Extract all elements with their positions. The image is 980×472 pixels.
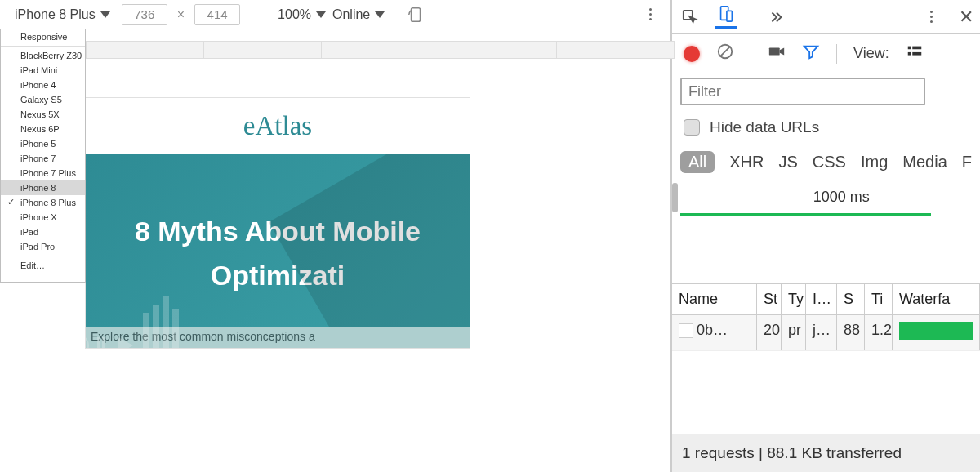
menu-edit-[interactable]: Edit…	[1, 258, 85, 273]
svg-rect-13	[769, 47, 780, 55]
timeline-label: 1000 ms	[813, 189, 870, 206]
device-menu-item[interactable]: Galaxy S5	[1, 92, 85, 107]
svg-rect-4	[143, 313, 149, 348]
svg-rect-0	[412, 7, 421, 21]
hide-data-urls-label: Hide data URLs	[710, 118, 819, 136]
row-initiator: j…	[806, 315, 837, 350]
camera-icon[interactable]	[768, 42, 786, 65]
rotate-icon[interactable]	[406, 5, 425, 24]
width-input[interactable]	[122, 4, 167, 25]
device-menu-item[interactable]: iPad Mini	[1, 63, 85, 78]
view-label: View:	[853, 45, 889, 62]
svg-rect-17	[912, 52, 921, 56]
column-header[interactable]: Waterfa	[893, 284, 980, 314]
site-header: eAtlas	[86, 98, 470, 154]
network-table-header: NameStTyI…STiWaterfa	[672, 284, 980, 315]
more-options[interactable]	[640, 0, 660, 29]
column-header[interactable]: Ty	[782, 284, 806, 314]
row-name: 0b…	[697, 322, 728, 338]
caret-down-icon	[316, 11, 326, 18]
device-menu-item[interactable]: iPhone 5	[1, 136, 85, 151]
list-view-icon[interactable]	[906, 42, 924, 65]
devtools-panel: ✕ View: Hide data URLs	[671, 0, 980, 472]
svg-line-12	[720, 47, 731, 57]
svg-rect-6	[163, 296, 169, 348]
type-tab[interactable]: JS	[778, 153, 797, 171]
device-menu-item[interactable]: Nexus 6P	[1, 122, 85, 136]
device-menu-item[interactable]: iPad	[1, 225, 85, 239]
chevron-right-icon[interactable]	[764, 6, 787, 29]
throttle-label: Online	[332, 7, 370, 22]
logo: eAtlas	[243, 111, 312, 141]
device-menu-item[interactable]: ✓iPhone 8 Plus	[1, 195, 85, 210]
file-icon	[679, 323, 693, 338]
svg-rect-2	[97, 337, 100, 348]
times-label: ×	[174, 7, 188, 22]
timeline[interactable]: 1000 ms	[672, 180, 980, 284]
type-tab[interactable]: F	[962, 153, 972, 171]
svg-rect-5	[153, 305, 159, 348]
svg-rect-7	[172, 309, 179, 348]
column-header[interactable]: St	[757, 284, 782, 314]
caret-down-icon	[375, 11, 385, 18]
device-menu-item[interactable]: iPhone 7	[1, 151, 85, 166]
height-input[interactable]	[194, 4, 240, 25]
row-type: pr	[782, 315, 806, 350]
row-waterfall	[893, 315, 980, 350]
scrollbar[interactable]	[672, 183, 678, 212]
timeline-bar	[680, 213, 931, 216]
device-menu-item[interactable]: iPhone 7 Plus	[1, 166, 85, 180]
device-menu: ResponsiveBlackBerry Z30iPad MiniiPhone …	[0, 29, 86, 283]
close-icon[interactable]: ✕	[959, 7, 973, 28]
network-row[interactable]: 0b… 20 pr j… 88 1.2	[672, 315, 980, 351]
hero: 8 Myths About Mobile Optimizati Explore …	[86, 154, 470, 348]
menu-responsive[interactable]: Responsive	[1, 29, 85, 44]
devtools-more-options[interactable]	[921, 2, 941, 32]
device-menu-item[interactable]: Nexus 5X	[1, 107, 85, 122]
svg-rect-3	[102, 337, 105, 348]
type-tab[interactable]: Img	[861, 153, 888, 171]
column-header[interactable]: I…	[806, 284, 837, 314]
type-tab[interactable]: Media	[902, 153, 947, 171]
type-tabs: AllXHRJSCSSImgMediaF	[672, 145, 980, 180]
row-time: 1.2	[865, 315, 893, 350]
ruler	[86, 41, 675, 59]
column-header[interactable]: S	[837, 284, 865, 314]
throttle-select[interactable]: Online	[332, 7, 385, 22]
device-menu-item[interactable]: BlackBerry Z30	[1, 48, 85, 63]
type-tab[interactable]: CSS	[813, 153, 846, 171]
zoom-select[interactable]: 100%	[278, 7, 326, 22]
hide-data-urls-checkbox[interactable]	[684, 119, 700, 136]
column-header[interactable]: Ti	[865, 284, 893, 314]
inspect-element-icon[interactable]	[679, 6, 702, 29]
device-toolbar: iPhone 8 Plus × 100% Online	[0, 0, 670, 29]
svg-rect-10	[727, 11, 732, 21]
device-menu-item[interactable]: iPhone 4	[1, 78, 85, 92]
svg-rect-16	[907, 52, 911, 56]
svg-rect-15	[912, 47, 921, 50]
row-status: 20	[757, 315, 782, 350]
zoom-label: 100%	[278, 7, 311, 22]
clear-icon[interactable]	[716, 42, 734, 65]
row-size: 88	[837, 315, 865, 350]
type-tab[interactable]: XHR	[729, 153, 764, 171]
svg-rect-14	[907, 47, 911, 50]
caret-down-icon	[100, 11, 110, 18]
device-select-label: iPhone 8 Plus	[15, 7, 96, 22]
device-select[interactable]: iPhone 8 Plus	[10, 7, 115, 22]
filter-input[interactable]	[680, 78, 925, 105]
device-menu-item[interactable]: iPad Pro	[1, 239, 85, 254]
preview-area[interactable]: eAtlas 8 Myths About Mobile Optimizati E…	[86, 98, 470, 348]
device-menu-item[interactable]: iPhone 8	[1, 180, 85, 195]
record-icon[interactable]	[684, 46, 700, 62]
check-icon: ✓	[7, 197, 15, 207]
device-toolbar-icon[interactable]	[715, 6, 737, 29]
type-tab-all[interactable]: All	[680, 151, 715, 173]
network-footer: 1 requests | 88.1 KB transferred	[672, 434, 980, 472]
filter-icon[interactable]	[802, 42, 820, 65]
column-header[interactable]: Name	[672, 284, 757, 314]
device-menu-item[interactable]: iPhone X	[1, 210, 85, 225]
svg-point-1	[86, 335, 88, 348]
